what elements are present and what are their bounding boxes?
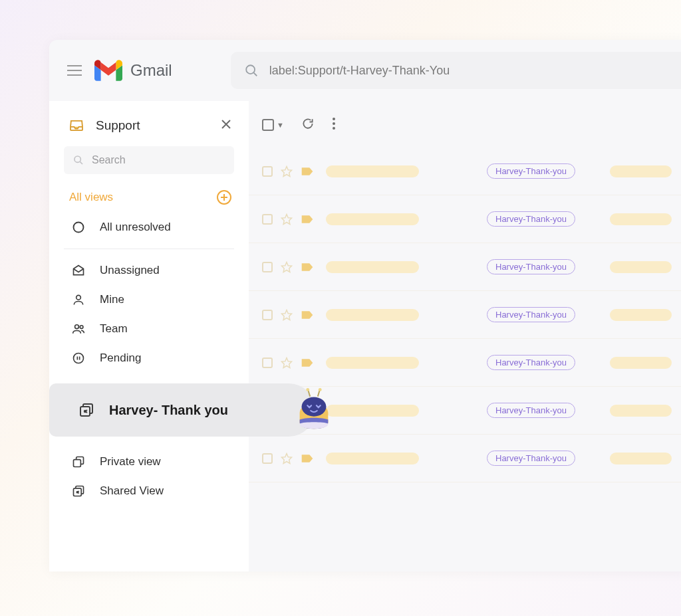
label-pill[interactable]: Harvey-Thank-you	[487, 259, 575, 274]
sidebar-item-private-view[interactable]: Private view	[49, 447, 249, 476]
more-button[interactable]	[332, 117, 336, 133]
sender-placeholder	[326, 453, 419, 464]
subject-placeholder	[610, 261, 672, 273]
label-pill[interactable]: Harvey-Thank-you	[487, 211, 575, 227]
sender-placeholder	[326, 357, 419, 369]
sidebar-item-label: Team	[100, 322, 128, 336]
sender-placeholder	[326, 405, 419, 417]
row-checkbox[interactable]	[262, 453, 273, 464]
svg-line-3	[80, 161, 82, 164]
sidebar-item-shared-view[interactable]: Shared View	[49, 476, 249, 506]
email-row[interactable]: Harvey-Thank-you	[249, 148, 681, 195]
sidebar-item-label: Mine	[100, 293, 124, 306]
sidebar-item-label: Pending	[100, 352, 141, 365]
more-vert-icon	[332, 117, 336, 130]
svg-marker-31	[282, 358, 292, 367]
circle-icon	[72, 221, 85, 234]
email-row[interactable]: Harvey-Thank-you	[249, 339, 681, 387]
svg-point-5	[76, 295, 81, 300]
svg-marker-33	[282, 453, 292, 463]
svg-point-4	[74, 223, 84, 233]
share-view-icon	[78, 402, 94, 418]
star-icon[interactable]	[281, 261, 293, 273]
svg-point-7	[80, 326, 83, 329]
sidebar-item-label: Private view	[100, 455, 161, 468]
subject-placeholder	[610, 357, 672, 369]
inbox-icon	[69, 120, 84, 132]
sidebar-item-label: Shared View	[100, 484, 164, 498]
row-checkbox[interactable]	[262, 166, 273, 177]
add-view-button[interactable]	[217, 190, 231, 205]
label-pill[interactable]: Harvey-Thank-you	[487, 355, 575, 370]
mail-open-icon	[72, 264, 85, 277]
sidebar-item-label: Unassigned	[100, 264, 160, 277]
sidebar-item-harvey-thank-you[interactable]: Harvey- Thank you	[49, 383, 315, 437]
plus-icon	[221, 194, 227, 201]
sidebar-item-unassigned[interactable]: Unassigned	[49, 256, 249, 285]
svg-line-1	[253, 73, 257, 76]
copy-icon	[72, 455, 85, 468]
email-row[interactable]: Harvey-Thank-you	[249, 243, 681, 291]
app-window: Gmail label:Support/t-Harvey-Thank-You S…	[49, 40, 681, 571]
star-icon[interactable]	[281, 453, 293, 464]
svg-rect-20	[74, 460, 81, 467]
star-icon[interactable]	[281, 213, 293, 225]
svg-marker-29	[282, 262, 292, 272]
search-icon	[244, 63, 259, 78]
email-row[interactable]: Harvey-Thank-you	[249, 195, 681, 243]
label-pill[interactable]: Harvey-Thank-you	[487, 451, 575, 466]
email-row[interactable]: Harvey-Thank-you	[249, 291, 681, 339]
email-row[interactable]: Harvey-Thank-you	[249, 435, 681, 482]
all-views-header[interactable]: All views	[49, 183, 249, 213]
sidebar-item-all-unresolved[interactable]: All unresolved	[49, 213, 249, 242]
svg-point-0	[246, 65, 255, 74]
svg-point-24	[333, 118, 335, 120]
label-tag-icon[interactable]	[301, 262, 314, 272]
row-checkbox[interactable]	[262, 262, 273, 272]
refresh-button[interactable]	[301, 117, 315, 133]
star-icon[interactable]	[281, 309, 293, 321]
label-tag-icon[interactable]	[301, 310, 314, 320]
sidebar-item-team[interactable]: Team	[49, 314, 249, 344]
share-view-icon	[72, 484, 85, 498]
sidebar-item-mine[interactable]: Mine	[49, 285, 249, 314]
subject-placeholder	[610, 165, 672, 177]
person-icon	[72, 293, 85, 306]
select-all-button[interactable]: ▼	[262, 119, 284, 131]
label-pill[interactable]: Harvey-Thank-you	[487, 403, 575, 418]
refresh-icon	[301, 117, 315, 130]
sidebar-close-button[interactable]	[221, 119, 231, 132]
label-tag-icon[interactable]	[301, 358, 314, 368]
list-toolbar: ▼	[249, 113, 681, 148]
gmail-icon	[94, 60, 122, 81]
sidebar-item-pending[interactable]: Pending	[49, 344, 249, 373]
caret-down-icon: ▼	[277, 121, 284, 129]
bot-avatar-icon	[291, 387, 337, 433]
close-icon	[221, 119, 231, 130]
label-pill[interactable]: Harvey-Thank-you	[487, 307, 575, 322]
logo[interactable]: Gmail	[94, 60, 172, 81]
star-icon[interactable]	[281, 357, 293, 369]
sidebar-top-label: Support	[96, 118, 140, 133]
label-tag-icon[interactable]	[301, 166, 314, 177]
subject-placeholder	[610, 453, 672, 464]
svg-point-18	[302, 397, 327, 417]
row-checkbox[interactable]	[262, 214, 273, 225]
label-pill[interactable]: Harvey-Thank-you	[487, 163, 575, 179]
sidebar-search[interactable]: Search	[64, 146, 234, 174]
row-checkbox[interactable]	[262, 310, 273, 320]
sidebar-item-label: All unresolved	[100, 221, 171, 234]
sidebar-search-placeholder: Search	[92, 154, 126, 166]
sender-placeholder	[326, 261, 419, 273]
label-tag-icon[interactable]	[301, 214, 314, 225]
row-checkbox[interactable]	[262, 358, 273, 368]
star-icon[interactable]	[281, 165, 293, 177]
main-panel: ▼ Harvey-Thank-you Harvey-Thank-you	[249, 101, 681, 571]
menu-button[interactable]	[61, 57, 88, 84]
sidebar-header: Support	[49, 114, 249, 142]
svg-point-25	[333, 122, 335, 125]
label-tag-icon[interactable]	[301, 453, 314, 464]
top-bar: Gmail label:Support/t-Harvey-Thank-You	[49, 40, 681, 101]
search-bar[interactable]: label:Support/t-Harvey-Thank-You	[231, 52, 681, 89]
svg-point-15	[306, 388, 309, 391]
